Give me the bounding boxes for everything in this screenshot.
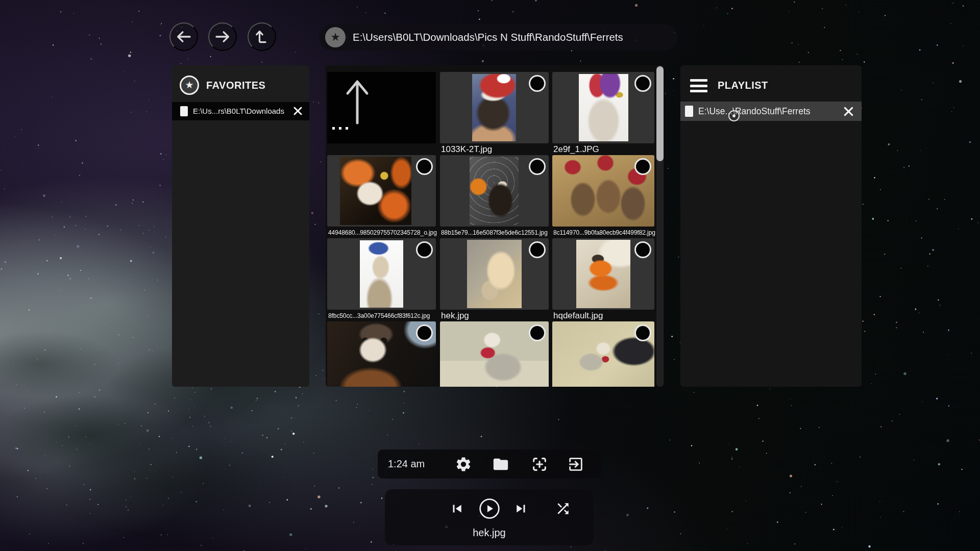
file-tile[interactable] <box>440 238 549 310</box>
favorites-item-label: E:\Us...rs\B0LT\Downloads <box>193 102 284 120</box>
shuffle-icon <box>555 500 571 517</box>
file-tile[interactable] <box>552 72 654 143</box>
up-directory-button[interactable] <box>248 22 276 51</box>
thumbnail <box>467 240 522 308</box>
selection-circle[interactable] <box>416 241 433 258</box>
scrollbar[interactable] <box>656 65 664 387</box>
clock-text: 1:24 am <box>388 449 425 479</box>
star-icon: ★ <box>330 31 340 43</box>
favorites-title: FAVORITES <box>206 76 265 95</box>
file-browser-button[interactable] <box>492 456 510 473</box>
play-button[interactable] <box>478 497 501 520</box>
play-icon <box>478 497 501 520</box>
pointer-cursor <box>728 110 740 121</box>
selection-circle[interactable] <box>634 75 651 92</box>
file-name: 1033K-2T.jpg <box>440 144 550 155</box>
file-tile[interactable] <box>440 321 549 387</box>
shuffle-button[interactable] <box>555 500 571 517</box>
forward-button[interactable] <box>208 22 237 51</box>
arrow-left-icon <box>175 28 192 45</box>
file-name: hqdefault.jpg <box>552 311 655 321</box>
back-button[interactable] <box>169 22 198 51</box>
file-name: hek.jpg <box>440 311 550 321</box>
folder-icon <box>492 456 510 473</box>
file-tile[interactable] <box>327 321 436 387</box>
file-grid-panel: 1033K-2T.jpg 2e9f_1.JPG 44948680...98502… <box>326 65 664 387</box>
up-arrow-icon <box>340 78 374 125</box>
previous-button[interactable] <box>449 501 464 516</box>
file-name: 88b15e79...16e5087f3e5de6c12551.jpg <box>440 228 550 238</box>
file-icon <box>685 106 693 117</box>
file-tile[interactable] <box>552 321 654 387</box>
thumbnail <box>579 74 628 141</box>
selection-circle[interactable] <box>634 241 651 258</box>
scrollbar-thumb[interactable] <box>656 66 664 161</box>
selection-circle[interactable] <box>529 324 546 341</box>
star-badge[interactable]: ★ <box>325 27 346 47</box>
thumbnail <box>470 157 519 225</box>
arrow-up-level-icon <box>253 28 271 45</box>
thumbnail <box>360 240 403 308</box>
parent-directory-tile[interactable] <box>327 72 436 143</box>
file-tile[interactable] <box>552 238 654 310</box>
thumbnail <box>472 74 516 141</box>
selection-circle[interactable] <box>634 158 651 175</box>
current-path-text: E:\Users\B0LT\Downloads\Pics N Stuff\Ran… <box>353 24 623 51</box>
skip-previous-icon <box>449 501 464 516</box>
gear-icon <box>455 456 472 473</box>
recenter-icon <box>531 456 548 473</box>
arrow-right-icon <box>214 28 231 45</box>
file-tile[interactable] <box>327 238 436 310</box>
exit-icon <box>567 456 584 473</box>
media-controls: hek.jpg <box>385 489 594 545</box>
list-icon <box>690 79 707 92</box>
file-name: 8fbc50cc...3a00e775466cf83f612c.jpg <box>327 311 437 321</box>
file-name: 2e9f_1.JPG <box>552 144 655 155</box>
selection-circle[interactable] <box>634 324 651 341</box>
selection-circle[interactable] <box>416 158 433 175</box>
thumbnail <box>576 240 630 308</box>
file-tile[interactable] <box>440 72 549 143</box>
vr-media-browser-screen: ★ E:\Users\B0LT\Downloads\Pics N Stuff\R… <box>0 0 980 551</box>
ellipsis-dots <box>332 127 335 130</box>
recenter-button[interactable] <box>531 456 548 473</box>
path-bar[interactable]: ★ E:\Users\B0LT\Downloads\Pics N Stuff\R… <box>319 24 678 51</box>
selection-circle[interactable] <box>529 75 546 92</box>
file-name: 44948680...985029755702345728_o.jpg <box>327 228 437 238</box>
selection-circle[interactable] <box>416 324 433 341</box>
remove-favorite-button[interactable] <box>292 106 303 116</box>
playlist-panel: PLAYLIST E:\Use...\RandoStuff\Ferrets <box>680 65 862 387</box>
favorites-star-icon: ★ <box>180 76 199 95</box>
current-file-label: hek.jpg <box>385 527 594 539</box>
close-icon <box>292 106 303 116</box>
star-icon: ★ <box>185 80 193 90</box>
exit-button[interactable] <box>567 456 584 473</box>
favorites-item[interactable]: E:\Us...rs\B0LT\Downloads <box>172 102 309 120</box>
thumbnail <box>340 157 411 225</box>
next-button[interactable] <box>513 501 529 516</box>
playlist-item-label: E:\Use...\RandoStuff\Ferrets <box>698 102 811 121</box>
bottom-toolbar: 1:24 am <box>378 449 601 479</box>
skip-next-icon <box>513 501 529 516</box>
remove-playlist-item-button[interactable] <box>843 106 854 117</box>
file-icon <box>180 106 188 116</box>
close-icon <box>843 106 854 117</box>
file-name: 8c114970...9b0fa80ecb9c4f499f82.jpg <box>552 228 655 238</box>
playlist-title: PLAYLIST <box>718 76 768 95</box>
selection-circle[interactable] <box>529 241 546 258</box>
selection-circle[interactable] <box>529 158 546 175</box>
file-tile[interactable] <box>552 155 654 227</box>
file-tile[interactable] <box>440 155 549 227</box>
playlist-item[interactable]: E:\Use...\RandoStuff\Ferrets <box>680 102 862 121</box>
favorites-panel: ★ FAVORITES E:\Us...rs\B0LT\Downloads <box>172 65 309 387</box>
settings-button[interactable] <box>455 456 472 473</box>
file-tile[interactable] <box>327 155 436 227</box>
